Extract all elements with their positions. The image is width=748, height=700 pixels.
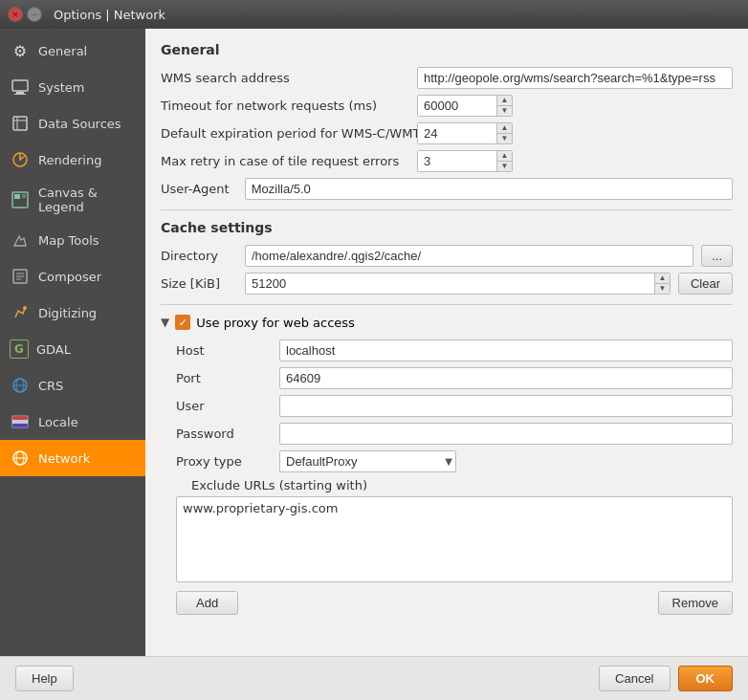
sidebar-item-system[interactable]: System xyxy=(0,69,145,105)
data-sources-icon xyxy=(10,113,31,134)
sidebar-item-crs[interactable]: CRS xyxy=(0,367,145,404)
composer-icon xyxy=(10,266,31,287)
collapse-arrow[interactable]: ▼ xyxy=(161,316,169,329)
sidebar-item-canvas-legend[interactable]: Canvas &Legend xyxy=(0,178,145,222)
map-tools-icon xyxy=(10,230,31,251)
retry-increment[interactable]: ▲ xyxy=(497,151,512,161)
retry-label: Max retry in case of tile request errors xyxy=(161,154,409,168)
proxy-type-row: Proxy type DefaultProxy Socks5Proxy Http… xyxy=(176,450,733,472)
user-row: User xyxy=(176,395,733,417)
minimize-button[interactable]: − xyxy=(27,7,42,22)
proxy-type-select-wrap: DefaultProxy Socks5Proxy HttpProxy HttpC… xyxy=(279,450,456,472)
sidebar-item-locale[interactable]: Locale xyxy=(0,404,145,440)
user-input[interactable] xyxy=(279,395,733,417)
agent-label: User-Agent xyxy=(161,182,230,196)
help-button[interactable]: Help xyxy=(15,666,74,691)
password-label: Password xyxy=(176,427,272,441)
retry-row: Max retry in case of tile request errors… xyxy=(161,150,733,172)
sidebar: ⚙ General System Data Sources Rendering xyxy=(0,29,145,656)
port-input[interactable] xyxy=(279,367,733,389)
rendering-icon xyxy=(10,149,31,170)
proxy-checkbox[interactable] xyxy=(175,315,190,330)
host-label: Host xyxy=(176,343,272,358)
network-icon xyxy=(10,448,31,469)
bottom-bar: Help Cancel OK xyxy=(0,656,748,700)
retry-spinbox: ▲ ▼ xyxy=(417,150,513,172)
size-increment[interactable]: ▲ xyxy=(655,273,670,283)
browse-button[interactable]: ... xyxy=(701,245,733,267)
content-area: General WMS search address Timeout for n… xyxy=(145,29,748,656)
size-decrement[interactable]: ▼ xyxy=(655,283,670,294)
expires-label: Default expiration period for WMS-C/WMTS… xyxy=(161,126,409,141)
wms-input[interactable] xyxy=(417,67,733,89)
remove-button[interactable]: Remove xyxy=(658,591,733,615)
svg-point-15 xyxy=(23,306,27,310)
timeout-increment[interactable]: ▲ xyxy=(497,96,512,105)
exclude-urls-textarea[interactable]: www.proprietary-gis.com xyxy=(176,496,733,582)
size-input[interactable] xyxy=(246,273,654,294)
expires-row: Default expiration period for WMS-C/WMTS… xyxy=(161,122,733,144)
proxy-section-label: Use proxy for web access xyxy=(196,316,355,330)
expires-input[interactable] xyxy=(418,123,496,143)
ok-button[interactable]: OK xyxy=(678,666,734,691)
svg-rect-8 xyxy=(14,194,20,199)
password-input[interactable] xyxy=(279,423,733,445)
expires-spinbox: ▲ ▼ xyxy=(417,122,513,144)
size-spinbox-buttons: ▲ ▼ xyxy=(654,273,670,294)
expires-increment[interactable]: ▲ xyxy=(497,123,512,133)
proxy-fields: Host Port User Password Proxy type xyxy=(161,339,733,615)
svg-rect-21 xyxy=(12,420,28,424)
sidebar-label-system: System xyxy=(38,80,84,95)
sidebar-label-digitizing: Digitizing xyxy=(38,306,97,320)
svg-rect-1 xyxy=(16,92,24,94)
wms-row: WMS search address xyxy=(161,67,733,89)
retry-decrement[interactable]: ▼ xyxy=(497,161,512,171)
sidebar-label-general: General xyxy=(38,44,87,58)
sidebar-item-general[interactable]: ⚙ General xyxy=(0,33,145,69)
svg-rect-0 xyxy=(12,80,28,91)
sidebar-item-digitizing[interactable]: Digitizing xyxy=(0,295,145,331)
size-spinbox: ▲ ▼ xyxy=(245,273,671,295)
clear-button[interactable]: Clear xyxy=(678,273,733,295)
add-button[interactable]: Add xyxy=(176,591,238,615)
timeout-spinbox: ▲ ▼ xyxy=(417,95,513,117)
svg-rect-2 xyxy=(14,94,26,95)
timeout-input[interactable] xyxy=(418,96,496,116)
sidebar-item-data-sources[interactable]: Data Sources xyxy=(0,105,145,142)
sidebar-item-map-tools[interactable]: Map Tools xyxy=(0,222,145,258)
sidebar-label-composer: Composer xyxy=(38,270,101,284)
user-label: User xyxy=(176,399,272,413)
host-row: Host xyxy=(176,339,733,361)
window-title: Options | Network xyxy=(54,8,165,22)
dir-row: Directory ... xyxy=(161,245,733,267)
proxy-type-select[interactable]: DefaultProxy Socks5Proxy HttpProxy HttpC… xyxy=(279,450,456,472)
agent-row: User-Agent xyxy=(161,178,733,200)
retry-spinbox-buttons: ▲ ▼ xyxy=(496,151,512,171)
sidebar-label-rendering: Rendering xyxy=(38,153,101,167)
host-input[interactable] xyxy=(279,339,733,361)
sidebar-label-canvas-legend: Canvas &Legend xyxy=(38,186,98,214)
section-general-title: General xyxy=(161,42,733,57)
expires-spinbox-buttons: ▲ ▼ xyxy=(496,123,512,143)
agent-input[interactable] xyxy=(245,178,733,200)
sidebar-item-composer[interactable]: Composer xyxy=(0,258,145,295)
sidebar-item-gdal[interactable]: G GDAL xyxy=(0,331,145,367)
retry-input[interactable] xyxy=(418,151,496,171)
timeout-row: Timeout for network requests (ms) ▲ ▼ xyxy=(161,95,733,117)
expires-decrement[interactable]: ▼ xyxy=(497,133,512,143)
timeout-decrement[interactable]: ▼ xyxy=(497,105,512,116)
sidebar-item-rendering[interactable]: Rendering xyxy=(0,142,145,178)
add-remove-row: Add Remove xyxy=(176,591,733,615)
size-label: Size [KiB] xyxy=(161,276,237,291)
titlebar: × − Options | Network xyxy=(0,0,748,29)
digitizing-icon xyxy=(10,302,31,323)
svg-rect-22 xyxy=(12,424,28,427)
window-controls[interactable]: × − xyxy=(8,7,42,22)
sidebar-label-crs: CRS xyxy=(38,379,63,393)
timeout-label: Timeout for network requests (ms) xyxy=(161,98,409,113)
dir-input[interactable] xyxy=(245,245,693,267)
sidebar-item-network[interactable]: Network xyxy=(0,440,145,476)
close-button[interactable]: × xyxy=(8,7,23,22)
cancel-button[interactable]: Cancel xyxy=(599,666,670,691)
crs-icon xyxy=(10,375,31,396)
